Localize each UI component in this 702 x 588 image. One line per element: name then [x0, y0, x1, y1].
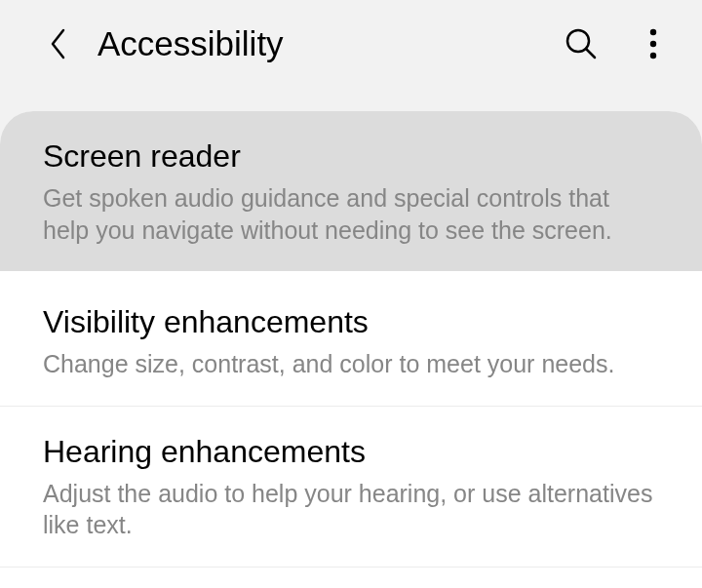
search-icon	[565, 27, 598, 60]
more-menu-button[interactable]	[634, 24, 673, 63]
settings-list: Screen reader Get spoken audio guidance …	[0, 111, 702, 588]
back-button[interactable]	[39, 24, 78, 63]
item-description: Change size, contrast, and color to meet…	[43, 348, 659, 380]
header: Accessibility	[0, 0, 702, 88]
page-title: Accessibility	[98, 24, 562, 63]
item-description: Get spoken audio guidance and special co…	[43, 182, 659, 246]
list-item-partial[interactable]	[0, 567, 702, 589]
svg-point-4	[650, 53, 656, 59]
chevron-left-icon	[49, 27, 68, 60]
item-title: Hearing enhancements	[43, 434, 659, 470]
header-actions	[562, 24, 673, 63]
item-title: Screen reader	[43, 138, 659, 175]
search-button[interactable]	[562, 24, 601, 63]
list-item-visibility-enhancements[interactable]: Visibility enhancements Change size, con…	[0, 271, 702, 406]
svg-point-2	[650, 29, 656, 35]
item-description: Adjust the audio to help your hearing, o…	[43, 478, 659, 541]
list-item-screen-reader[interactable]: Screen reader Get spoken audio guidance …	[0, 111, 702, 271]
svg-line-1	[586, 49, 595, 58]
list-item-hearing-enhancements[interactable]: Hearing enhancements Adjust the audio to…	[0, 406, 702, 567]
item-title: Visibility enhancements	[43, 304, 659, 340]
svg-point-3	[650, 41, 656, 47]
more-vertical-icon	[649, 27, 657, 60]
